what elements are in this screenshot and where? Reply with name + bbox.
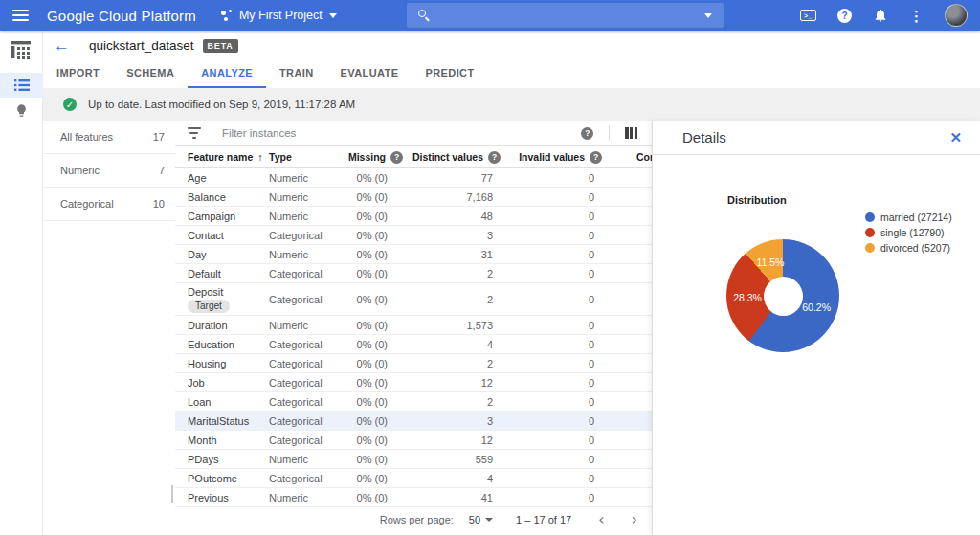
table-row[interactable]: JobCategorical0% (0)120 <box>175 373 652 392</box>
tab-analyze[interactable]: ANALYZE <box>188 60 266 88</box>
cloud-shell-icon[interactable]: >_ <box>800 10 816 21</box>
legend-item: divorced (5207) <box>865 242 952 254</box>
column-header[interactable]: Feature name↑ <box>188 151 269 163</box>
status-text: Up to date. Last modified on Sep 9, 2019… <box>88 99 355 110</box>
table-footer: Rows per page: 50 1 – 17 of 17 ‹ › <box>175 507 652 532</box>
page-header: ← quickstart_dataset BETA <box>43 31 980 60</box>
table-row[interactable]: PreviousNumeric0% (0)410 <box>175 488 652 507</box>
page-title: quickstart_dataset <box>89 38 194 53</box>
pie-slice-label: 11.5% <box>756 256 784 268</box>
help-icon[interactable]: ? <box>837 9 852 23</box>
rows-per-page-select[interactable]: 50 <box>469 514 493 525</box>
more-vert-icon[interactable]: ⋮ <box>909 9 924 23</box>
close-icon[interactable]: ✕ <box>949 130 962 145</box>
legend-dot <box>865 212 875 222</box>
table-row[interactable]: LoanCategorical0% (0)20 <box>175 392 652 412</box>
donut-chart[interactable]: 60.2%28.3%11.5% <box>726 239 839 352</box>
search-icon <box>418 10 430 21</box>
table-row[interactable]: MaritalStatusCategorical0% (0)30 <box>175 412 652 431</box>
filter-icon[interactable] <box>187 127 201 138</box>
automl-tables-logo-icon[interactable] <box>11 39 32 60</box>
tab-schema[interactable]: SCHEMA <box>113 60 188 88</box>
table-row[interactable]: DepositTargetCategorical0% (0)20 <box>175 283 652 316</box>
notifications-icon[interactable] <box>873 8 888 23</box>
rows-per-page-label: Rows per page: <box>380 514 454 525</box>
table-row[interactable]: HousingCategorical0% (0)20 <box>175 354 652 373</box>
table-row[interactable]: DayNumeric0% (0)310 <box>175 245 652 264</box>
top-bar: Google Cloud Platform My First Project >… <box>0 0 980 31</box>
column-header[interactable]: Missing? <box>353 151 411 164</box>
chart-title: Distribution <box>727 194 787 206</box>
divider <box>609 125 610 141</box>
column-help-icon[interactable]: ? <box>590 151 602 164</box>
tab-import[interactable]: IMPORT <box>43 60 113 88</box>
feature-nav-count: 17 <box>153 131 165 143</box>
project-icon <box>221 10 233 21</box>
feature-nav-label: Numeric <box>60 165 100 176</box>
feature-nav-label: All features <box>60 131 113 143</box>
tab-predict[interactable]: PREDICT <box>412 60 487 88</box>
table-row[interactable]: MonthCategorical0% (0)120 <box>175 431 652 450</box>
feature-nav-count: 7 <box>159 165 165 176</box>
column-header[interactable]: Distinct values? <box>411 151 506 164</box>
pagination-range: 1 – 17 of 17 <box>516 514 571 525</box>
back-arrow-icon[interactable]: ← <box>54 37 70 54</box>
chevron-down-icon <box>485 518 493 522</box>
nav-rail <box>0 31 43 535</box>
table-header-row: Feature name↑TypeMissing?Distinct values… <box>175 146 652 168</box>
column-selector-icon[interactable] <box>625 127 637 139</box>
column-header[interactable]: Invalid values? <box>506 151 602 164</box>
table-row[interactable]: DefaultCategorical0% (0)20 <box>175 264 652 283</box>
table-body: AgeNumeric0% (0)770BalanceNumeric0% (0)7… <box>175 168 652 507</box>
tab-evaluate[interactable]: EVALUATE <box>327 60 412 88</box>
table-help-icon[interactable]: ? <box>581 127 593 140</box>
project-selector[interactable]: My First Project <box>221 9 337 22</box>
details-title: Details <box>682 129 726 145</box>
table-row[interactable]: AgeNumeric0% (0)770 <box>175 168 652 188</box>
feature-nav-item[interactable]: All features17 <box>43 121 175 154</box>
tab-bar: IMPORTSCHEMAANALYZETRAINEVALUATEPREDICT <box>43 60 980 88</box>
chevron-down-icon <box>329 13 337 18</box>
lightbulb-icon <box>14 103 29 118</box>
table-row[interactable]: PDaysNumeric0% (0)5590 <box>175 450 652 469</box>
tab-train[interactable]: TRAIN <box>266 60 327 88</box>
project-name: My First Project <box>239 9 323 22</box>
legend-dot <box>865 228 875 237</box>
chart-legend: married (27214)single (12790)divorced (5… <box>865 212 952 254</box>
table-row[interactable]: ContactCategorical0% (0)30 <box>175 226 652 245</box>
scrollbar-thumb[interactable] <box>171 485 173 503</box>
status-bar: ✓ Up to date. Last modified on Sep 9, 20… <box>43 88 980 121</box>
table-row[interactable]: DurationNumeric0% (0)1,5730 <box>175 316 652 335</box>
next-page-button[interactable]: › <box>632 512 637 527</box>
list-icon <box>14 78 30 92</box>
feature-filter-panel: All features17Numeric7Categorical10 <box>43 121 175 535</box>
column-help-icon[interactable]: ? <box>488 151 501 164</box>
table-row[interactable]: BalanceNumeric0% (0)7,1680 <box>175 188 652 207</box>
column-help-icon[interactable]: ? <box>390 151 403 164</box>
search-input[interactable] <box>407 3 724 28</box>
beta-badge: BETA <box>203 39 238 53</box>
search-dropdown-icon[interactable] <box>704 13 712 18</box>
table-row[interactable]: EducationCategorical0% (0)40 <box>175 335 652 354</box>
legend-dot <box>865 243 875 253</box>
check-circle-icon: ✓ <box>63 98 77 111</box>
column-header[interactable]: Type <box>269 151 353 163</box>
table-row[interactable]: POutcomeCategorical0% (0)40 <box>175 469 652 488</box>
sidebar-item-insights[interactable] <box>0 98 43 123</box>
table-row[interactable]: CampaignNumeric0% (0)480 <box>175 207 652 226</box>
details-panel: Details ✕ Distribution married (27214)si… <box>652 121 980 535</box>
features-table: Filter instances ? Feature name↑TypeMiss… <box>175 121 652 535</box>
sort-arrow-icon: ↑ <box>257 151 263 163</box>
legend-item: married (27214) <box>865 212 952 223</box>
prev-page-button[interactable]: ‹ <box>598 512 604 527</box>
feature-nav-item[interactable]: Numeric7 <box>43 154 175 188</box>
sidebar-item-datasets[interactable] <box>0 73 43 98</box>
target-chip: Target <box>188 300 230 313</box>
filter-bar: Filter instances ? <box>175 121 652 146</box>
legend-item: single (12790) <box>865 227 952 238</box>
filter-input[interactable]: Filter instances <box>222 127 296 139</box>
feature-nav-item[interactable]: Categorical10 <box>43 188 175 221</box>
avatar[interactable] <box>945 4 968 27</box>
menu-icon[interactable] <box>12 10 29 21</box>
column-header[interactable]: Corr <box>602 151 652 163</box>
